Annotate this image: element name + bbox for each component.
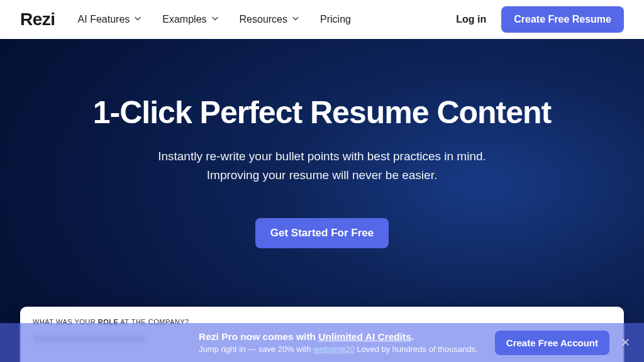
banner-title-underlined: Unlimited AI Credits [318, 331, 411, 342]
site-header: Rezi AI Features Examples Resources Pric… [0, 0, 644, 39]
banner-title: Rezi Pro now comes with Unlimited AI Cre… [199, 331, 478, 344]
main-nav: AI Features Examples Resources Pricing [78, 14, 351, 25]
create-free-account-button[interactable]: Create Free Account [495, 331, 609, 355]
nav-label: Examples [162, 14, 206, 25]
banner-sub-prefix: Jump right in — save 20% with [199, 344, 313, 354]
header-left: Rezi AI Features Examples Resources Pric… [20, 9, 351, 30]
hero-title: 1-Click Perfect Resume Content [0, 94, 644, 131]
hero-section: 1-Click Perfect Resume Content Instantly… [0, 39, 644, 362]
chevron-down-icon [211, 14, 219, 25]
banner-sub-suffix: Loved by hundreds of thousands. [355, 344, 478, 354]
hero-subtitle-line2: Improving your resume will never be easi… [0, 166, 644, 185]
hero-subtitle-line1: Instantly re-write your bullet points wi… [0, 147, 644, 166]
banner-title-prefix: Rezi Pro now comes with [199, 331, 318, 342]
nav-label: Resources [240, 14, 287, 25]
banner-right: Create Free Account ✕ [495, 331, 630, 355]
nav-pricing[interactable]: Pricing [320, 14, 351, 25]
hero-subtitle: Instantly re-write your bullet points wi… [0, 147, 644, 185]
nav-resources[interactable]: Resources [240, 14, 300, 25]
nav-ai-features[interactable]: AI Features [78, 14, 143, 25]
banner-text: Rezi Pro now comes with Unlimited AI Cre… [199, 331, 478, 354]
banner-subtitle: Jump right in — save 20% with welcome20 … [199, 344, 478, 355]
nav-label: Pricing [320, 14, 351, 25]
chevron-down-icon [133, 14, 142, 25]
logo[interactable]: Rezi [20, 9, 55, 30]
create-resume-button[interactable]: Create Free Resume [501, 6, 624, 33]
get-started-button[interactable]: Get Started For Free [255, 218, 389, 248]
chevron-down-icon [291, 14, 300, 25]
login-link[interactable]: Log in [456, 14, 486, 25]
nav-examples[interactable]: Examples [162, 14, 219, 25]
promo-banner: Rezi Pro now comes with Unlimited AI Cre… [0, 323, 644, 362]
hero-content: 1-Click Perfect Resume Content Instantly… [0, 39, 644, 248]
banner-title-suffix: . [411, 331, 414, 342]
promo-code[interactable]: welcome20 [313, 344, 355, 354]
close-icon[interactable]: ✕ [621, 336, 630, 349]
header-right: Log in Create Free Resume [456, 6, 624, 33]
nav-label: AI Features [78, 14, 130, 25]
